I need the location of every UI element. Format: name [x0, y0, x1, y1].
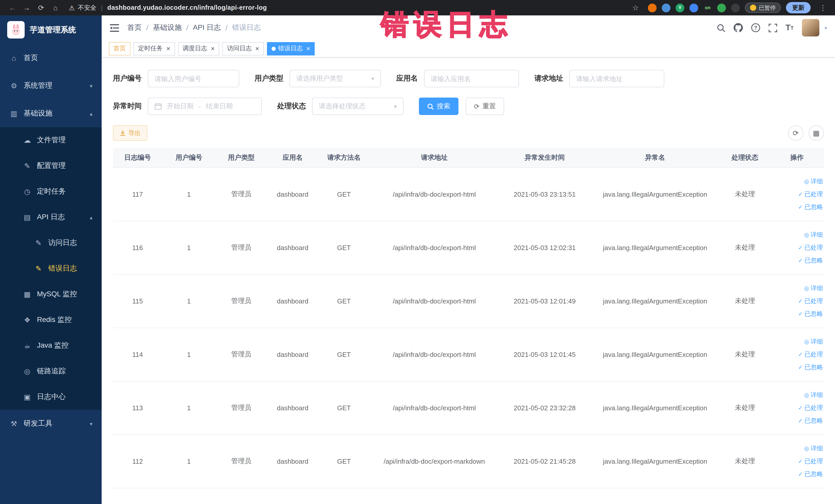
request-url-input[interactable]	[569, 70, 664, 87]
browser-forward-icon[interactable]: →	[20, 4, 34, 12]
search-icon[interactable]	[717, 23, 726, 32]
export-button[interactable]: 导出	[113, 125, 147, 141]
cell-id: 113	[113, 381, 162, 435]
browser-menu-icon[interactable]: ⋮	[816, 4, 830, 12]
bookmark-star-icon[interactable]: ☆	[628, 4, 643, 12]
export-button-label: 导出	[128, 129, 141, 137]
action-detail[interactable]: ◎详细	[772, 228, 823, 241]
column-visibility-button[interactable]: ▦	[809, 125, 824, 141]
cell-method: GET	[318, 381, 370, 435]
close-icon[interactable]: ×	[211, 45, 215, 52]
paused-extension-badge[interactable]: 已暂停	[745, 3, 781, 13]
log-center-icon: ▣	[23, 393, 32, 401]
search-button[interactable]: 搜索	[419, 98, 459, 115]
browser-reload-icon[interactable]: ⟳	[34, 4, 48, 12]
action-mark-processed[interactable]: ✓已处理	[772, 348, 823, 361]
sidebar-item-file-management[interactable]: ☁文件管理	[0, 127, 102, 153]
process-status-select[interactable]: 请选择处理状态 ▾	[312, 98, 404, 115]
user-type-select[interactable]: 请选择用户类型 ▾	[289, 70, 381, 87]
app-name-input[interactable]	[424, 70, 519, 87]
sidebar-item-redis-monitor[interactable]: ❖Redis 监控	[0, 307, 102, 333]
action-mark-processed[interactable]: ✓已处理	[772, 295, 823, 307]
site-security-chip[interactable]: ⚠ 不安全	[69, 3, 96, 12]
reset-button[interactable]: ⟳ 重置	[466, 98, 504, 115]
action-detail[interactable]: ◎详细	[772, 175, 823, 188]
action-detail[interactable]: ◎详细	[772, 335, 823, 348]
fullscreen-icon[interactable]	[769, 23, 777, 32]
tab-scheduled-jobs[interactable]: 定时任务×	[134, 42, 175, 55]
tab-label: 定时任务	[138, 44, 163, 53]
sidebar-item-api-log[interactable]: ▤API 日志▴	[0, 204, 102, 230]
extension-on-badge[interactable]: on	[703, 3, 712, 12]
extension-dark-icon[interactable]	[731, 3, 740, 12]
action-mark-processed[interactable]: ✓已处理	[772, 455, 823, 467]
extension-orange-icon[interactable]	[648, 3, 657, 12]
cell-user_type: 管理员	[216, 435, 267, 488]
sidebar-toggle-button[interactable]	[110, 24, 119, 32]
row-actions: ◎详细✓已处理✓已忽略	[770, 167, 824, 221]
tab-home[interactable]: 首页	[109, 42, 130, 55]
action-mark-ignored[interactable]: ✓已忽略	[772, 414, 823, 427]
app-logo-row[interactable]: 芋道管理系统	[0, 15, 102, 44]
action-detail[interactable]: ◎详细	[772, 282, 823, 295]
action-label: 已忽略	[805, 361, 823, 374]
action-mark-processed[interactable]: ✓已处理	[772, 401, 823, 414]
close-icon[interactable]: ×	[306, 45, 310, 52]
extension-blue-icon[interactable]	[662, 3, 670, 12]
sidebar-item-scheduled-jobs[interactable]: ◷定时任务	[0, 179, 102, 204]
action-detail[interactable]: ◎详细	[772, 388, 823, 401]
cell-status: 未处理	[720, 274, 770, 328]
close-icon[interactable]: ×	[166, 45, 170, 52]
extension-avatar-icon[interactable]: Y	[676, 3, 684, 12]
sidebar-item-home[interactable]: ⌂首页	[0, 44, 102, 72]
action-detail[interactable]: ◎详细	[772, 442, 823, 455]
exception-time-range-picker[interactable]: 开始日期 - 结束日期	[148, 98, 262, 115]
user-id-input[interactable]	[148, 70, 239, 87]
sidebar-item-error-log[interactable]: ✎错误日志	[0, 256, 102, 281]
sidebar-item-label: API 日志	[37, 213, 65, 222]
active-tab-dot	[271, 46, 276, 51]
action-mark-ignored[interactable]: ✓已忽略	[772, 467, 823, 480]
browser-back-icon[interactable]: ←	[5, 4, 20, 12]
sidebar-item-access-log[interactable]: ✎访问日志	[0, 230, 102, 256]
column-header: 请求方法名	[318, 148, 370, 167]
github-icon[interactable]	[734, 23, 743, 32]
cell-app: dashboard	[267, 274, 318, 328]
action-mark-ignored[interactable]: ✓已忽略	[772, 307, 823, 320]
help-icon[interactable]: ?	[751, 23, 760, 32]
sidebar-item-log-center[interactable]: ▣日志中心	[0, 384, 102, 410]
tab-job-log[interactable]: 调度日志×	[178, 42, 219, 55]
user-menu-caret-icon[interactable]: ▾	[824, 25, 827, 31]
tab-access-log[interactable]: 访问日志×	[222, 42, 264, 55]
close-icon[interactable]: ×	[255, 45, 259, 52]
browser-home-icon[interactable]: ⌂	[48, 4, 63, 12]
font-size-icon[interactable]	[786, 23, 794, 32]
sidebar-item-config-management[interactable]: ✎配置管理	[0, 153, 102, 179]
browser-update-button[interactable]: 更新	[786, 2, 811, 13]
user-avatar[interactable]	[802, 19, 819, 37]
extension-green-icon[interactable]	[717, 3, 726, 12]
tab-error-log[interactable]: 错误日志×	[267, 42, 315, 55]
address-bar[interactable]: dashboard.yudao.iocoder.cn/infra/log/api…	[107, 4, 267, 11]
breadcrumb-item[interactable]: API 日志	[193, 23, 221, 32]
cell-method: GET	[318, 274, 370, 328]
action-mark-processed[interactable]: ✓已处理	[772, 188, 823, 201]
sidebar-item-system-management[interactable]: ⚙系统管理▾	[0, 72, 102, 100]
sidebar-item-infrastructure[interactable]: ▥基础设施▴	[0, 100, 102, 127]
sidebar-item-label: Java 监控	[37, 341, 68, 350]
action-mark-ignored[interactable]: ✓已忽略	[772, 201, 823, 213]
cell-method: GET	[318, 435, 370, 488]
sidebar-item-mysql-monitor[interactable]: ▦MySQL 监控	[0, 281, 102, 307]
sidebar-item-dev-tools[interactable]: ⚒研发工具▾	[0, 410, 102, 438]
sidebar-item-tracing[interactable]: ◎链路追踪	[0, 358, 102, 384]
action-mark-ignored[interactable]: ✓已忽略	[772, 254, 823, 267]
extension-grid-icon[interactable]	[690, 3, 698, 12]
breadcrumb-item[interactable]: 首页	[127, 23, 142, 32]
action-mark-processed[interactable]: ✓已处理	[772, 241, 823, 254]
sidebar-item-java-monitor[interactable]: ☕Java 监控	[0, 333, 102, 358]
tags-view-bar: 首页定时任务×调度日志×访问日志×错误日志×	[102, 40, 835, 58]
breadcrumb-item[interactable]: 基础设施	[153, 23, 182, 32]
action-mark-ignored[interactable]: ✓已忽略	[772, 361, 823, 374]
refresh-button[interactable]: ⟳	[788, 125, 803, 141]
cell-app: dashboard	[267, 221, 318, 274]
